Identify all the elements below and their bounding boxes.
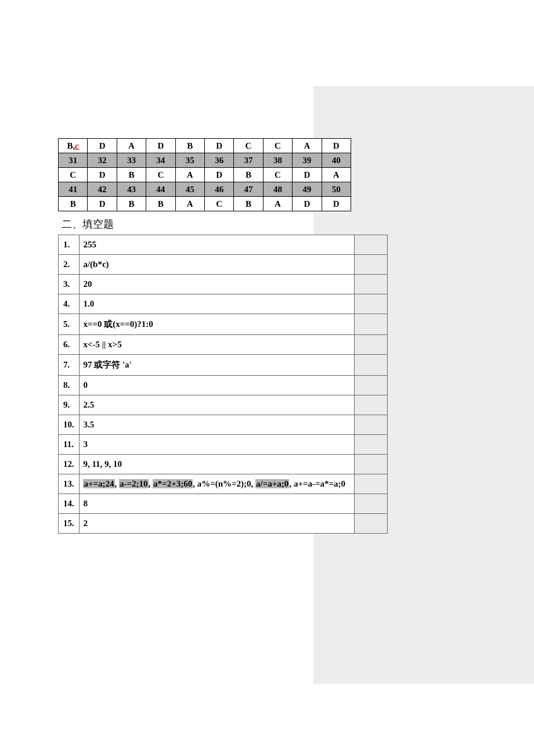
- answer-cell: C: [263, 168, 292, 182]
- hl-text: a+=a;24: [83, 479, 114, 488]
- fi-blank: [355, 435, 388, 455]
- answer-cell: D: [88, 168, 117, 182]
- fi-ans: 3: [80, 435, 355, 455]
- fi-blank: [355, 455, 388, 474]
- answer-cell: D: [322, 197, 351, 211]
- document-body: B,c D A D B D C C A D 31 32 33 34 35 36 …: [58, 138, 351, 534]
- fi-ans: 2: [80, 514, 355, 534]
- table-row: 7.97 或字符 'a': [59, 355, 388, 376]
- fi-num: 2.: [59, 255, 80, 275]
- answer-cell: B: [117, 197, 146, 211]
- answer-cell: A: [117, 139, 146, 153]
- fi-blank: [355, 335, 388, 355]
- fi-ans: 20: [80, 275, 355, 294]
- table-row: B D B B A C B A D D: [59, 197, 351, 211]
- fi-num: 7.: [59, 355, 80, 376]
- question-number: 31: [59, 153, 88, 168]
- answer-cell: B: [146, 197, 175, 211]
- table-row: 14.8: [59, 494, 388, 514]
- table-row: 11.3: [59, 435, 388, 455]
- answer-cell: B: [234, 168, 263, 182]
- question-number: 44: [146, 182, 175, 197]
- fi-blank: [355, 514, 388, 534]
- table-row: 6.x<-5 || x>5: [59, 335, 388, 355]
- fi-ans: 255: [80, 235, 355, 255]
- fi-num: 1.: [59, 235, 80, 255]
- answer-grid: B,c D A D B D C C A D 31 32 33 34 35 36 …: [58, 138, 351, 211]
- table-row: B,c D A D B D C C A D: [59, 139, 351, 153]
- question-number: 48: [263, 182, 292, 197]
- table-row: 9.2.5: [59, 395, 388, 415]
- answer-cell: B: [117, 168, 146, 182]
- fi-num: 13.: [59, 474, 80, 494]
- table-row: 8.0: [59, 376, 388, 395]
- answer-cell: A: [175, 197, 204, 211]
- table-row: 3.20: [59, 275, 388, 294]
- table-row: C D B C A D B C D A: [59, 168, 351, 182]
- question-number: 35: [175, 153, 204, 168]
- fi-ans: 2.5: [80, 395, 355, 415]
- fi-num: 3.: [59, 275, 80, 294]
- page: B,c D A D B D C C A D 31 32 33 34 35 36 …: [0, 0, 534, 756]
- table-row: 12.9, 11, 9, 10: [59, 455, 388, 474]
- answer-cell: B: [175, 139, 204, 153]
- section-heading: 二、填空题: [62, 217, 351, 231]
- table-row: 1.255: [59, 235, 388, 255]
- fi-blank: [355, 474, 388, 494]
- fi-num: 14.: [59, 494, 80, 514]
- question-number: 46: [204, 182, 233, 197]
- fi-blank: [355, 395, 388, 415]
- fi-blank: [355, 255, 388, 275]
- table-row: 15.2: [59, 514, 388, 534]
- answer-cell: C: [234, 139, 263, 153]
- question-number: 40: [322, 153, 351, 168]
- fi-ans: 0: [80, 376, 355, 395]
- answer-cell: B: [234, 197, 263, 211]
- answer-cell: C: [146, 168, 175, 182]
- fi-ans: 3.5: [80, 415, 355, 435]
- answer-cell: A: [175, 168, 204, 182]
- fi-blank: [355, 294, 388, 314]
- fi-blank: [355, 275, 388, 294]
- question-number: 42: [88, 182, 117, 197]
- fi-blank: [355, 355, 388, 376]
- answer-cell: C: [59, 168, 88, 182]
- table-row: 10.3.5: [59, 415, 388, 435]
- question-number: 37: [234, 153, 263, 168]
- hl-text: a*=2+3;60: [153, 479, 193, 488]
- page-shadow-notch: [313, 568, 406, 684]
- answer-cell: A: [293, 139, 322, 153]
- fi-blank: [355, 415, 388, 435]
- fi-num: 5.: [59, 314, 80, 335]
- fi-blank: [355, 235, 388, 255]
- fi-blank: [355, 314, 388, 335]
- question-number: 43: [117, 182, 146, 197]
- answer-cell: D: [322, 139, 351, 153]
- question-number: 49: [293, 182, 322, 197]
- fi-num: 12.: [59, 455, 80, 474]
- question-number: 38: [263, 153, 292, 168]
- fillin-table: 1.255 2.a/(b*c) 3.20 4.1.0 5.x==0 或(x==0…: [58, 235, 388, 534]
- answer-cell: D: [293, 197, 322, 211]
- fi-num: 11.: [59, 435, 80, 455]
- fi-blank: [355, 494, 388, 514]
- question-number: 50: [322, 182, 351, 197]
- answer-cell: C: [204, 197, 233, 211]
- answer-cell: D: [88, 139, 117, 153]
- answer-cell: B,c: [59, 139, 88, 153]
- fi-num: 4.: [59, 294, 80, 314]
- fi-ans: x<-5 || x>5: [80, 335, 355, 355]
- hl-text: a/=a+a;0: [255, 479, 289, 488]
- question-number: 39: [293, 153, 322, 168]
- fi-num: 15.: [59, 514, 80, 534]
- question-number: 36: [204, 153, 233, 168]
- question-number: 41: [59, 182, 88, 197]
- question-number: 47: [234, 182, 263, 197]
- fi-ans: 1.0: [80, 294, 355, 314]
- answer-cell: D: [146, 139, 175, 153]
- question-number: 33: [117, 153, 146, 168]
- question-number: 32: [88, 153, 117, 168]
- answer-cell: D: [204, 139, 233, 153]
- fi-blank: [355, 376, 388, 395]
- question-number: 45: [175, 182, 204, 197]
